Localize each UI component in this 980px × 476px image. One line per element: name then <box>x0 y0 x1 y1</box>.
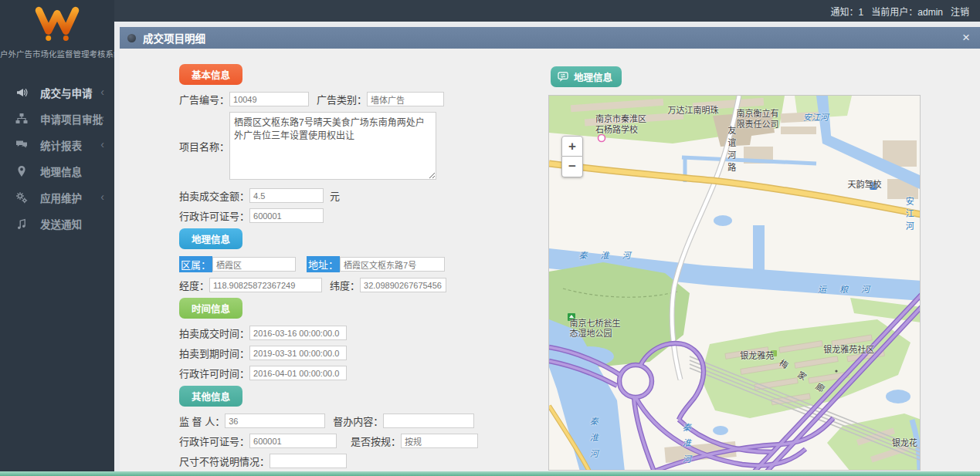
notice-link[interactable]: 通知：1 <box>831 5 864 18</box>
sidebar-item-label: 地理信息 <box>40 164 82 179</box>
chevron-left-icon: ‹ <box>100 86 104 98</box>
zoom-out-button[interactable]: − <box>561 157 583 177</box>
sitemap-icon <box>15 113 28 125</box>
supervisor-input[interactable] <box>225 414 325 428</box>
supervise-content-input[interactable] <box>383 414 474 428</box>
park-icon <box>771 350 777 356</box>
sidebar-item-statistics-report[interactable]: 统计报表 ‹ <box>0 132 114 158</box>
project-name-textarea[interactable]: 栖霞区文枢东路7号晴天美食广场东南角两处户外广告位三年设置使用权出让 <box>229 112 436 180</box>
expire-time-input[interactable] <box>249 346 347 360</box>
district-label: 区属： <box>179 256 212 272</box>
ad-no-label: 广告编号： <box>179 92 229 106</box>
expire-time-label: 拍卖到期时间： <box>179 346 249 360</box>
sidebar-item-label: 应用维护 <box>40 190 82 205</box>
ad-type-input[interactable] <box>367 92 444 106</box>
music-note-icon <box>15 218 28 230</box>
logout-link[interactable]: 注销 <box>951 5 969 18</box>
dialog-header: 成交项目明细 × <box>120 27 980 49</box>
supervise-content-label: 督办内容： <box>333 414 383 428</box>
chevron-left-icon: ‹ <box>100 191 104 203</box>
ad-no-input[interactable] <box>229 92 309 106</box>
auction-amount-input[interactable] <box>249 188 324 203</box>
main-area: 成交项目明细 × 基本信息 广告编号： 广告类别： 项目名称： 栖霞区文枢东路7 <box>114 22 980 471</box>
sidebar: 户外广告市场化监督管理考核系统 成交与申请 ‹ 申请项目审批 ‹ <box>0 0 114 471</box>
app-window: 通知：1 当前用户：admin 注销 户外广告市场化监督管理考核系统 <box>0 0 980 476</box>
ad-type-label: 广告类别： <box>317 92 367 106</box>
compliance-label: 是否按规： <box>351 434 401 448</box>
system-title: 户外广告市场化监督管理考核系统 <box>0 48 114 59</box>
sidebar-item-label: 成交与申请 <box>40 85 93 100</box>
sidebar-item-label: 申请项目审批 <box>40 111 103 127</box>
size-mismatch-input[interactable] <box>270 454 347 468</box>
section-badge-other: 其他信息 <box>179 386 242 407</box>
deal-time-label: 拍卖成交时间： <box>179 326 249 340</box>
close-icon[interactable]: × <box>962 30 970 46</box>
address-label: 地址： <box>307 256 340 272</box>
megaphone-icon <box>15 86 28 99</box>
map-zoom-control: + − <box>561 136 583 177</box>
map-canvas[interactable]: 南京市秦淮区 石杨路学校万达江南明珠南京衡立有 限责任公司安江河友谊河路天韵驾校… <box>548 95 921 471</box>
current-user-label: 当前用户：admin <box>871 5 943 18</box>
latitude-input[interactable] <box>360 278 446 292</box>
chevron-left-icon: ‹ <box>100 112 104 124</box>
section-badge-basic: 基本信息 <box>179 64 242 85</box>
address-input[interactable] <box>340 257 445 272</box>
project-name-label: 项目名称： <box>179 139 229 154</box>
amount-unit-label: 元 <box>330 188 340 203</box>
license-time-label: 行政许可时间： <box>179 366 249 380</box>
map-section-badge: 地理信息 <box>551 66 622 87</box>
sidebar-menu: 成交与申请 ‹ 申请项目审批 ‹ 统计报表 ‹ <box>0 79 114 237</box>
dialog-title: 成交项目明细 <box>143 30 205 46</box>
deal-time-input[interactable] <box>249 326 347 340</box>
auction-amount-label: 拍卖成交金额： <box>179 188 249 203</box>
driving-school-icon <box>870 182 877 190</box>
map-art <box>549 96 921 471</box>
app-logo <box>0 0 114 46</box>
sidebar-item-deal-apply[interactable]: 成交与申请 ‹ <box>0 79 114 106</box>
chevron-left-icon: ‹ <box>100 138 104 150</box>
longitude-input[interactable] <box>209 278 322 292</box>
gears-icon <box>15 191 28 204</box>
bottom-accent-bar <box>0 471 980 476</box>
detail-form: 基本信息 广告编号： 广告类别： 项目名称： 栖霞区文枢东路7号晴天美食广场东南… <box>179 64 534 471</box>
compliance-input[interactable] <box>401 434 478 448</box>
sidebar-item-label: 统计报表 <box>40 137 82 153</box>
zoom-in-button[interactable]: + <box>561 136 583 157</box>
sidebar-item-project-approval[interactable]: 申请项目审批 ‹ <box>0 106 114 132</box>
license-no2-input[interactable] <box>249 434 337 448</box>
deal-detail-dialog: 成交项目明细 × 基本信息 广告编号： 广告类别： 项目名称： 栖霞区文枢东路7 <box>120 27 980 471</box>
dialog-bullet-icon <box>127 34 136 42</box>
license-no-label: 行政许可证号： <box>179 208 249 223</box>
topbar: 通知：1 当前用户：admin 注销 <box>0 0 980 22</box>
logo-icon <box>29 5 85 43</box>
chat-icon <box>558 72 569 82</box>
comments-icon <box>15 139 28 151</box>
sidebar-item-send-notice[interactable]: 发送通知 <box>0 211 114 237</box>
dialog-body: 基本信息 广告编号： 广告类别： 项目名称： 栖霞区文枢东路7号晴天美食广场东南… <box>120 49 980 471</box>
sidebar-item-geo-info[interactable]: 地理信息 <box>0 158 114 184</box>
license-no2-label: 行政许可证号： <box>179 434 249 448</box>
sidebar-item-label: 发送通知 <box>40 216 82 231</box>
map-badge-label: 地理信息 <box>574 69 612 84</box>
size-mismatch-label: 尺寸不符说明情况： <box>179 454 270 468</box>
license-time-input[interactable] <box>249 366 347 380</box>
district-input[interactable] <box>212 257 296 272</box>
map-marker-icon <box>15 165 28 177</box>
section-badge-geo: 地理信息 <box>179 228 242 249</box>
sidebar-item-app-maintenance[interactable]: 应用维护 ‹ <box>0 184 114 211</box>
section-badge-time: 时间信息 <box>179 298 242 319</box>
license-no-input[interactable] <box>249 208 324 223</box>
latitude-label: 纬度： <box>330 278 360 292</box>
metro-station-icon <box>599 135 605 142</box>
supervisor-label: 监 督 人： <box>179 414 225 428</box>
longitude-label: 经度： <box>179 278 209 292</box>
